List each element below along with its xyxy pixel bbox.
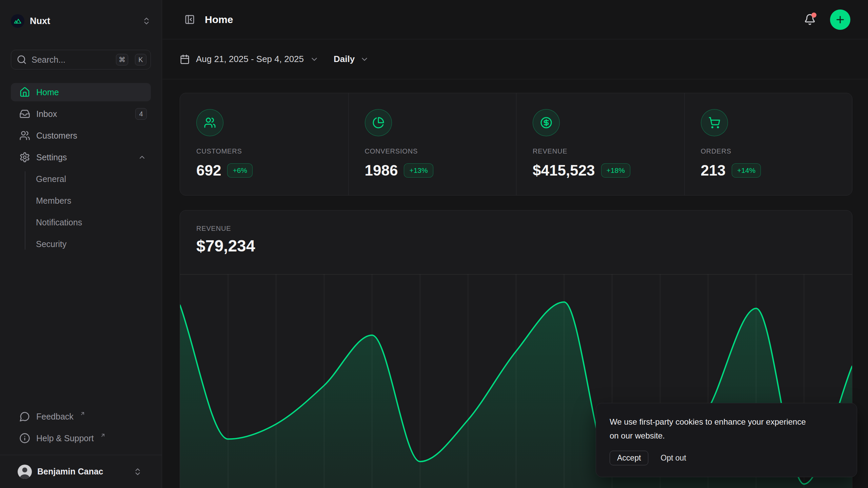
sidebar-item-home[interactable]: Home (11, 83, 151, 101)
stat-delta-badge: +6% (227, 163, 253, 178)
search-icon (17, 55, 27, 65)
calendar-icon (180, 54, 190, 64)
sidebar-subitem-label: Notifications (36, 218, 82, 227)
stat-value: 213 (701, 162, 726, 179)
workspace-name: Nuxt (30, 16, 137, 26)
page-title: Home (205, 14, 233, 25)
stat-value: 1986 (365, 162, 398, 179)
sidebar-subitem-label: General (36, 174, 66, 184)
cookie-accept-button[interactable]: Accept (610, 451, 648, 465)
sidebar-subitem-label: Security (36, 239, 66, 249)
stat-card-customers: CUSTOMERS 692 +6% (180, 93, 348, 195)
stat-delta-badge: +18% (601, 163, 630, 178)
stat-card-conversions: CONVERSIONS 1986 +13% (348, 93, 516, 195)
sidebar-nav: Home Inbox 4 Customers Settings (11, 83, 151, 257)
stat-card-revenue: REVENUE $415,523 +18% (516, 93, 684, 195)
stat-value: 692 (196, 162, 221, 179)
user-name: Benjamin Canac (37, 467, 128, 476)
page-header: Home (162, 0, 868, 39)
stats-row: CUSTOMERS 692 +6% CONVERSIONS 1986 +13% (180, 93, 852, 196)
feedback-label: Feedback (36, 412, 74, 422)
kbd-k: K (135, 54, 146, 65)
workspace-selector[interactable]: Nuxt (11, 14, 151, 28)
home-icon (19, 87, 30, 98)
sidebar-item-label: Inbox (36, 109, 57, 119)
chevrons-up-down-icon (133, 467, 142, 476)
date-range-picker[interactable]: Aug 21, 2025 - Sep 4, 2025 (180, 54, 319, 64)
help-support-label: Help & Support (36, 433, 94, 443)
sidebar-item-security[interactable]: Security (11, 235, 151, 253)
sidebar-item-notifications[interactable]: Notifications (11, 213, 151, 231)
revenue-total: $79,234 (196, 237, 836, 255)
pie-chart-icon (365, 109, 392, 136)
granularity-select[interactable]: Daily (334, 54, 369, 64)
stat-card-orders: ORDERS 213 +14% (684, 93, 852, 195)
notifications-button[interactable] (804, 14, 816, 25)
stat-delta-badge: +13% (404, 163, 433, 178)
sidebar-item-inbox[interactable]: Inbox 4 (11, 105, 151, 123)
sidebar-item-settings[interactable]: Settings (11, 148, 151, 166)
plus-icon (835, 14, 846, 25)
add-button[interactable] (830, 9, 850, 30)
info-circle-icon (19, 433, 30, 444)
stat-label: REVENUE (533, 147, 684, 155)
cookie-message: We use first-party cookies to enhance yo… (610, 415, 806, 443)
sidebar-item-members[interactable]: Members (11, 191, 151, 210)
cart-icon (701, 109, 728, 136)
kbd-meta: ⌘ (116, 54, 128, 65)
filters-toolbar: Aug 21, 2025 - Sep 4, 2025 Daily (162, 39, 868, 79)
chevrons-up-down-icon (142, 17, 151, 25)
help-support-link[interactable]: Help & Support (11, 429, 151, 447)
cookie-banner: We use first-party cookies to enhance yo… (596, 403, 857, 477)
stat-value: $415,523 (533, 162, 595, 179)
sidebar-item-general[interactable]: General (11, 170, 151, 188)
feedback-link[interactable]: Feedback (11, 407, 151, 426)
inbox-count-badge: 4 (135, 108, 147, 120)
revenue-label: REVENUE (196, 225, 836, 232)
users-icon (19, 130, 30, 141)
message-bubble-icon (19, 411, 30, 422)
stat-label: CONVERSIONS (365, 147, 516, 155)
users-icon (196, 109, 223, 136)
sidebar-subitem-label: Members (36, 196, 71, 206)
cookie-optout-button[interactable]: Opt out (660, 453, 686, 463)
notification-dot (811, 13, 816, 18)
sidebar-footer: Feedback Help & Support Benjami (11, 407, 151, 488)
settings-subnav: General Members Notifications Security (11, 170, 151, 253)
stat-label: ORDERS (701, 147, 852, 155)
stat-label: CUSTOMERS (196, 147, 348, 155)
sidebar-item-label: Customers (36, 131, 77, 141)
user-menu[interactable]: Benjamin Canac (11, 455, 151, 488)
date-range-label: Aug 21, 2025 - Sep 4, 2025 (196, 54, 304, 64)
revenue-header: REVENUE $79,234 (180, 210, 852, 255)
gear-icon (19, 152, 30, 163)
panel-left-close-icon[interactable] (184, 14, 195, 25)
external-link-icon (80, 411, 85, 416)
sidebar-item-customers[interactable]: Customers (11, 126, 151, 145)
nuxt-logo-icon (11, 14, 24, 28)
search-input[interactable] (32, 55, 111, 65)
chevron-up-icon (138, 153, 146, 161)
chevron-down-icon (310, 55, 319, 64)
search-box[interactable]: ⌘ K (11, 50, 151, 69)
sidebar: Nuxt ⌘ K Home Inb (0, 0, 162, 488)
avatar (18, 465, 32, 479)
granularity-label: Daily (334, 54, 355, 64)
external-link-icon (100, 432, 106, 438)
chevron-down-icon (360, 55, 369, 64)
sidebar-item-label: Settings (36, 152, 67, 162)
sidebar-item-label: Home (36, 87, 59, 97)
dollar-circle-icon (533, 109, 560, 136)
stat-delta-badge: +14% (732, 163, 761, 178)
dashboard-app: Nuxt ⌘ K Home Inb (0, 0, 868, 488)
inbox-icon (19, 108, 30, 119)
